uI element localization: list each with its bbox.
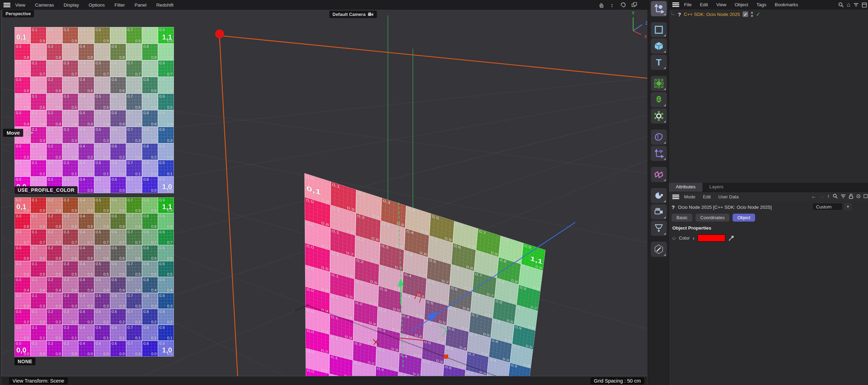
om-menu-tags[interactable]: Tags <box>756 2 767 7</box>
menu-filter[interactable]: Filter <box>115 2 125 8</box>
attribute-section-tabs: Basic Coordinates Object <box>672 214 755 222</box>
keyframe-diamond-icon[interactable]: ◇ <box>672 235 676 241</box>
attr-menu-edit[interactable]: Edit <box>703 194 711 199</box>
parent-up-icon[interactable]: ↑ <box>827 193 830 199</box>
viewport-nav-icons: ↕ <box>597 1 638 9</box>
tool-volume[interactable] <box>651 92 667 107</box>
hud-grid-label-none: NONE <box>15 358 35 365</box>
tool-axis-modify[interactable] <box>651 146 667 161</box>
color-property-label: Color <box>679 235 690 241</box>
history-back-icon[interactable]: ← <box>811 193 816 199</box>
attr-menu-mode[interactable]: Mode <box>684 194 696 199</box>
tool-tooltip: Move <box>3 129 33 137</box>
om-hamburger-icon[interactable] <box>672 2 679 7</box>
tool-material-edit[interactable] <box>651 242 667 257</box>
view-transform-status: View Transform: Scene <box>9 377 68 384</box>
grid-spacing-status: Grid Spacing : 50 cm <box>591 377 644 384</box>
tool-spline-rectangle[interactable] <box>651 22 667 37</box>
object-tree-item[interactable]: ? C++ SDK: Ocio Node 2025 ✓ <box>672 10 761 18</box>
menu-options[interactable]: Options <box>89 2 105 8</box>
rotate-view-icon[interactable] <box>619 1 627 9</box>
eyedropper-icon[interactable] <box>728 235 734 241</box>
viewport-menubar: View Cameras Display Options Filter Pane… <box>0 0 648 10</box>
hud-grid-use-profile-color <box>15 27 174 193</box>
perspective-viewport[interactable]: YZX USE_PROFILE_COLOR NONE Perspective D… <box>1 10 648 376</box>
menu-display[interactable]: Display <box>64 2 79 8</box>
attr-menu-userdata[interactable]: User Data <box>718 194 739 199</box>
om-menu-bookmarks[interactable]: Bookmarks <box>775 2 798 7</box>
hud-grid-none <box>15 197 174 357</box>
tooltip-text: Move <box>3 129 23 137</box>
viewport-name-label[interactable]: Perspective <box>2 10 34 17</box>
right-dock-panel: File Edit View Object Tags Bookmarks ⌂ ?… <box>668 0 868 385</box>
section-tab-basic[interactable]: Basic <box>672 214 692 222</box>
camera-label-text: Default Camera <box>333 12 365 17</box>
menu-panel[interactable]: Panel <box>135 2 147 8</box>
section-tab-object[interactable]: Object <box>733 214 755 222</box>
filter-icon[interactable] <box>853 2 859 7</box>
clipped-panel-icon[interactable] <box>863 194 868 199</box>
tool-camera[interactable] <box>651 204 667 220</box>
om-menu-view[interactable]: View <box>716 2 726 7</box>
svg-text:X: X <box>644 34 647 39</box>
dolly-icon[interactable]: ↕ <box>608 1 616 9</box>
plugin-object-icon: ? <box>678 11 681 17</box>
object-name[interactable]: C++ SDK: Ocio Node 2025 <box>684 12 740 17</box>
cinema4d-window: View Cameras Display Options Filter Pane… <box>0 0 868 385</box>
tool-deformer[interactable] <box>651 221 667 236</box>
menu-cameras[interactable]: Cameras <box>35 2 54 8</box>
color-property-row: ◇ Color › <box>672 234 734 242</box>
lock-icon[interactable] <box>849 194 853 199</box>
attr-object-icon: ? <box>672 204 675 210</box>
tool-cloner[interactable] <box>651 167 667 182</box>
om-corner-icons: ⌂ <box>838 1 867 8</box>
hamburger-menu-icon[interactable] <box>3 3 10 7</box>
camera-label[interactable]: Default Camera <box>329 11 377 18</box>
attr-hamburger-icon[interactable] <box>672 195 679 199</box>
attr-filter-icon[interactable] <box>841 194 846 199</box>
tool-simulation[interactable] <box>651 108 667 124</box>
attribute-object-title: Ocio Node 2025 [C++ SDK: Ocio Node 2025] <box>678 205 772 210</box>
tool-palette: T <box>648 0 668 385</box>
attribute-panel-tabs: Attributes Layers <box>669 183 868 192</box>
camera-icon <box>368 12 374 17</box>
tool-effector[interactable] <box>651 76 667 91</box>
om-menu-edit[interactable]: Edit <box>700 2 708 7</box>
tool-text[interactable]: T <box>651 55 667 70</box>
home-icon[interactable]: ⌂ <box>847 1 850 8</box>
menu-redshift[interactable]: Redshift <box>156 2 174 8</box>
attr-nav-icons: ← → ↑ ⊙ <box>811 193 868 199</box>
search-icon[interactable] <box>838 2 844 8</box>
preset-dropdown-arrow-icon[interactable]: ▼ <box>844 203 852 211</box>
tree-branch-line <box>672 11 675 15</box>
visibility-toggle-dots[interactable] <box>751 12 753 17</box>
pan-hand-icon[interactable] <box>597 1 605 9</box>
toggle-quad-view-icon[interactable] <box>630 1 638 9</box>
om-menu-object[interactable]: Object <box>735 2 748 7</box>
move-cursor-icon <box>25 129 33 137</box>
tab-attributes[interactable]: Attributes <box>669 183 702 192</box>
object-properties-heading: Object Properties <box>672 225 711 231</box>
edit-pencil-icon[interactable] <box>743 11 748 17</box>
tab-layers[interactable]: Layers <box>702 183 730 192</box>
tool-transform-navigation[interactable] <box>651 1 667 16</box>
expand-chevron-icon[interactable]: › <box>693 235 694 241</box>
tool-primitive-cube[interactable] <box>651 38 667 54</box>
attribute-menubar: Mode Edit User Data ← → ↑ ⊙ <box>669 192 868 201</box>
color-swatch[interactable] <box>698 234 725 242</box>
menu-view[interactable]: View <box>15 2 25 8</box>
viewport-statusbar: View Transform: Scene Grid Spacing : 50 … <box>1 376 647 385</box>
panel-icon[interactable] <box>862 2 867 8</box>
track-object-icon[interactable]: ⊙ <box>856 193 861 199</box>
tool-sculpt[interactable] <box>651 129 667 145</box>
object-manager-menubar: File Edit View Object Tags Bookmarks ⌂ <box>669 0 868 9</box>
enabled-checkmark-icon[interactable]: ✓ <box>756 11 760 18</box>
attr-search-icon[interactable] <box>833 194 838 199</box>
preset-dropdown[interactable]: Custom <box>812 203 843 211</box>
section-tab-coordinates[interactable]: Coordinates <box>696 214 729 222</box>
attribute-object-header: ? Ocio Node 2025 [C++ SDK: Ocio Node 202… <box>672 203 866 211</box>
history-forward-icon[interactable]: → <box>819 193 824 199</box>
om-menu-file[interactable]: File <box>684 2 692 7</box>
tool-field[interactable] <box>651 188 667 203</box>
svg-text:Y: Y <box>632 11 635 16</box>
